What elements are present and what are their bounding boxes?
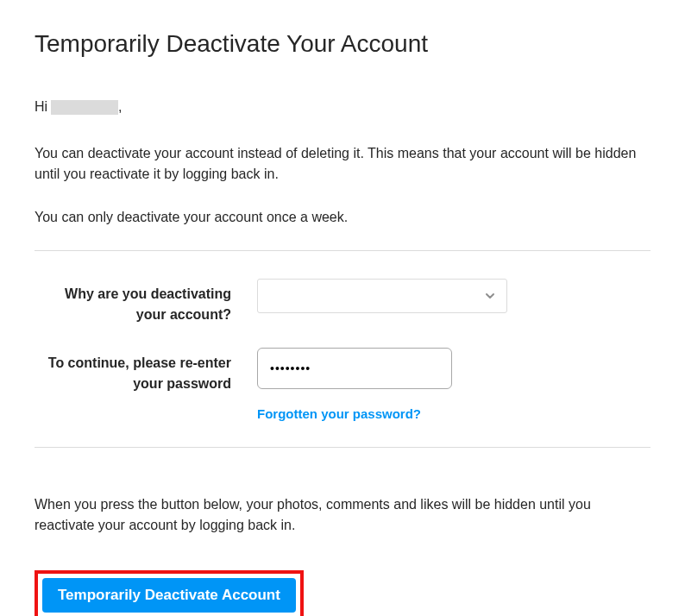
divider (35, 250, 650, 251)
password-input[interactable] (257, 348, 452, 389)
reason-select-value[interactable] (257, 279, 507, 313)
password-label: To continue, please re-enter your passwo… (35, 348, 257, 394)
greeting-prefix: Hi (35, 97, 47, 117)
intro-text: You can deactivate your account instead … (35, 143, 650, 185)
reason-select[interactable] (257, 279, 507, 313)
password-row: To continue, please re-enter your passwo… (35, 348, 650, 424)
page-title: Temporarily Deactivate Your Account (35, 26, 650, 62)
hidden-note: When you press the button below, your ph… (35, 494, 650, 536)
username-redacted (51, 100, 118, 115)
greeting-line: Hi , (35, 97, 650, 117)
divider (35, 447, 650, 448)
reason-row: Why are you deactivating your account? (35, 279, 650, 325)
limit-text: You can only deactivate your account onc… (35, 207, 650, 228)
action-highlight-box: Temporarily Deactivate Account (35, 570, 304, 616)
reason-label: Why are you deactivating your account? (35, 279, 257, 325)
deactivate-button[interactable]: Temporarily Deactivate Account (42, 578, 296, 613)
greeting-suffix: , (118, 97, 122, 117)
forgot-password-link[interactable]: Forgotten your password? (257, 405, 421, 424)
